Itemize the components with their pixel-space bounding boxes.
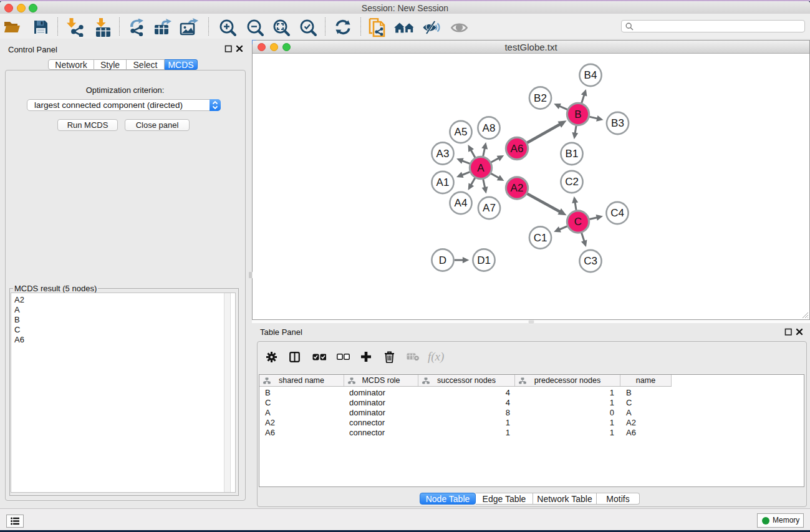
svg-text:A5: A5 xyxy=(455,126,468,138)
svg-text:A2: A2 xyxy=(511,182,524,194)
svg-text:A7: A7 xyxy=(483,202,496,214)
svg-text:B4: B4 xyxy=(584,69,597,81)
svg-text:A4: A4 xyxy=(455,197,468,209)
svg-text:D1: D1 xyxy=(477,254,491,266)
svg-text:C3: C3 xyxy=(584,255,597,267)
svg-text:A1: A1 xyxy=(436,177,450,188)
svg-text:C1: C1 xyxy=(534,232,547,244)
svg-text:A8: A8 xyxy=(483,122,496,134)
svg-text:B3: B3 xyxy=(611,117,624,129)
svg-text:C: C xyxy=(574,216,582,228)
svg-text:A3: A3 xyxy=(436,148,450,160)
svg-text:B: B xyxy=(574,109,581,120)
svg-text:A: A xyxy=(477,162,485,174)
svg-text:C4: C4 xyxy=(610,207,624,219)
svg-text:A6: A6 xyxy=(511,143,524,155)
svg-text:D: D xyxy=(439,254,446,266)
svg-text:C2: C2 xyxy=(565,176,579,188)
svg-text:B1: B1 xyxy=(566,148,579,160)
svg-text:B2: B2 xyxy=(534,92,547,104)
